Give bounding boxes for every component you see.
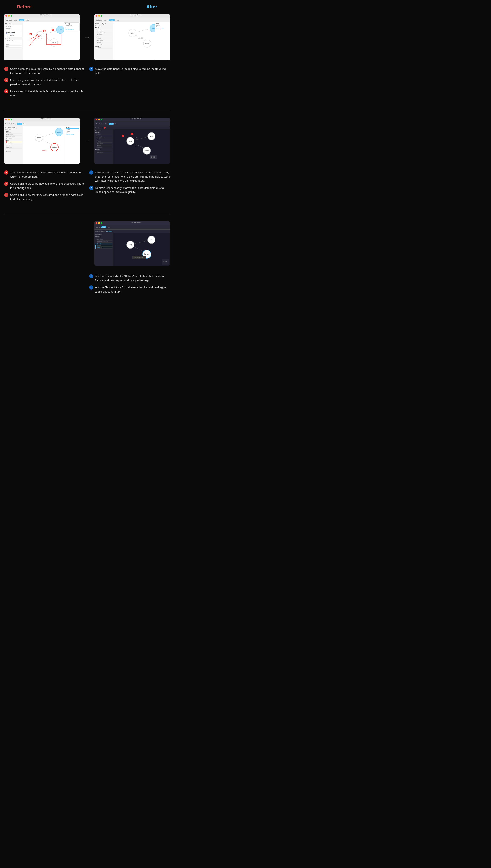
- b2-selected[interactable]: Selected: [7, 127, 11, 128]
- after-win-title: Starling Studio: [103, 14, 169, 16]
- after-screenshot-2: Starling Studio Music DB Music_Mode Visu…: [94, 117, 170, 164]
- th-table: Table: [6, 40, 8, 42]
- neg-text-1-3: Users need to travel through 3/4 of the …: [10, 89, 85, 98]
- b2-atype[interactable]: type integer: [6, 137, 22, 139]
- svg-point-72: [143, 254, 143, 255]
- a2-visual[interactable]: Visual: [109, 123, 114, 125]
- b2-visual[interactable]: Visual: [17, 123, 22, 125]
- divider-2: [4, 215, 170, 215]
- af-album-artist[interactable]: artist integer: [96, 43, 112, 45]
- before-mock-1: Starling Studio Virtual Graph Query Visu…: [4, 14, 80, 60]
- negatives-col-1: ✕ Users select the data they want by goi…: [4, 65, 85, 101]
- b2-albname[interactable]: name varchar: [6, 143, 22, 145]
- a2-adesc[interactable]: description varchar: [96, 137, 112, 139]
- negatives-col-2: ✕ The selection checkbox only shows when…: [4, 168, 85, 204]
- a3a-afields: id integer name varchar description varc…: [95, 237, 112, 243]
- a2-content: Search fields... ▾ artist (4) id integer…: [94, 130, 170, 164]
- af-album-name[interactable]: name varchar: [96, 39, 112, 41]
- a2-aname[interactable]: name string: [96, 135, 112, 137]
- b2-sidebar: All Selected Mapped Search fields... ▾ a…: [4, 126, 23, 164]
- tab-visual[interactable]: Visual: [19, 19, 24, 21]
- a2-toolbar: Music DB Music_Mode Visual Code: [94, 121, 170, 126]
- af-song-id[interactable]: id integer: [96, 47, 112, 49]
- field-pk[interactable]: id (primary key): [6, 33, 22, 35]
- a2-albart[interactable]: artist integer: [96, 146, 112, 148]
- b2-search[interactable]: Search fields...: [5, 129, 22, 130]
- a3a-max: [101, 222, 103, 224]
- a2-slength[interactable]: length varchar: [96, 152, 112, 154]
- x-icon-1-2: ✕: [4, 78, 8, 82]
- after-tab-query[interactable]: Query: [103, 19, 108, 21]
- af-rp-add[interactable]: Add new property: [156, 28, 169, 29]
- a3a-aid[interactable]: id integer: [96, 237, 112, 239]
- check-icon-1-1: ✓: [89, 67, 93, 71]
- af-artist-desc[interactable]: description varchar: [96, 32, 112, 34]
- a3a-pin-mode[interactable]: ✦ Pin mode: [106, 231, 112, 232]
- a3a-aname[interactable]: name varchar: [96, 239, 112, 241]
- mp-title: Album(id): [65, 23, 79, 25]
- af-search[interactable]: Search fields...: [95, 25, 112, 26]
- s3-screenshots: → Starling Studio Music DB: [4, 221, 170, 268]
- x-icon-2-2: ✕: [4, 182, 8, 186]
- af-rp-name: name —: [156, 25, 169, 26]
- a3a-albid[interactable]: id integer: [97, 245, 112, 247]
- field-name[interactable]: name (VARCHAR): [6, 35, 22, 37]
- a2-albdate[interactable]: date date: [96, 144, 112, 146]
- b2-all[interactable]: All: [5, 127, 6, 128]
- mp-add[interactable]: + Add new property: [65, 29, 79, 30]
- b2-albart[interactable]: artist integer: [6, 147, 22, 149]
- neg-text-2-2: Users don't know what they can do with t…: [10, 182, 85, 190]
- after-tab-visual[interactable]: Visual: [110, 19, 115, 21]
- a2-aid[interactable]: id integer: [96, 133, 112, 135]
- field-view[interactable]: View all data: [6, 29, 22, 31]
- svg-text:drag & drop to map...: drag & drop to map...: [135, 257, 145, 258]
- section3: → Starling Studio Music DB: [4, 221, 170, 297]
- svg-point-55: [153, 157, 153, 158]
- svg-text:album.id: album.id: [42, 150, 47, 151]
- b2-sid[interactable]: id integer: [6, 151, 22, 152]
- b2-albid[interactable]: ▋ id integer: [6, 141, 22, 143]
- field-artist[interactable]: MusicsDB: [6, 27, 22, 29]
- b2-title: Starling Studio: [13, 117, 78, 119]
- b2-rpanel: Album Album ▼ name — date — Add new prop…: [65, 126, 80, 164]
- sidebar-1: Selected Data All | Unmapped MusicsDB Vi…: [4, 22, 23, 60]
- af-artist-type[interactable]: type integer: [96, 34, 112, 36]
- a3a-adesc[interactable]: description varchar(138): [96, 241, 112, 243]
- svg-text:Album: Album: [145, 253, 149, 255]
- a2-close-btn[interactable]: ✕: [104, 127, 106, 129]
- b2-rp-add[interactable]: Add new property: [66, 134, 79, 135]
- th-sample: Sample: [12, 40, 16, 42]
- check-icon-3-2: ✓: [89, 285, 93, 290]
- b2-rp-input[interactable]: Album ▼: [66, 128, 79, 131]
- b2-vg: Music_Model: [5, 123, 11, 125]
- a3a-visual[interactable]: Visual: [102, 226, 107, 228]
- after-tab-code[interactable]: Code: [116, 19, 120, 21]
- b2-adesc[interactable]: description varchar: [6, 136, 22, 137]
- main-container: Before After Starling Studio Virtual Gra…: [0, 0, 174, 311]
- b2-rp-name: name —: [66, 131, 79, 132]
- svg-text:Artist: Artist: [57, 131, 61, 133]
- a2-sid[interactable]: id integer: [96, 150, 112, 152]
- b2-albdate[interactable]: date date: [6, 145, 22, 147]
- a2-albid[interactable]: id integer: [96, 141, 112, 142]
- tab-code[interactable]: Code: [26, 19, 30, 21]
- a2-main: title artist Song Artist Album: [113, 130, 170, 164]
- a3a-search[interactable]: Search mode: [95, 234, 112, 235]
- af-artist-name[interactable]: name varchar: [96, 30, 112, 32]
- b2-mapped[interactable]: Mapped: [11, 127, 16, 128]
- a2-search[interactable]: Search fields...: [95, 130, 112, 132]
- af-all[interactable]: All: [95, 23, 96, 25]
- af-artist-id[interactable]: id integer: [96, 28, 112, 30]
- b2-aid[interactable]: id integer: [6, 132, 22, 134]
- af-mapped[interactable]: Mapped: [102, 23, 106, 25]
- a2-albname[interactable]: name varchar: [96, 142, 112, 144]
- tab-query[interactable]: Query: [13, 19, 18, 21]
- a2-sidebar: Search fields... ▾ artist (4) id integer…: [94, 130, 113, 164]
- b2-aname[interactable]: name varchar: [6, 134, 22, 136]
- af-selected[interactable]: Selected: [97, 23, 101, 25]
- svg-text:Song: Song: [37, 137, 41, 139]
- af-album-id[interactable]: id integer: [96, 37, 112, 39]
- a3a-albname[interactable]: name string: [97, 247, 112, 248]
- a2-chrome: Starling Studio: [94, 117, 170, 121]
- af-album-date[interactable]: date date: [96, 41, 112, 43]
